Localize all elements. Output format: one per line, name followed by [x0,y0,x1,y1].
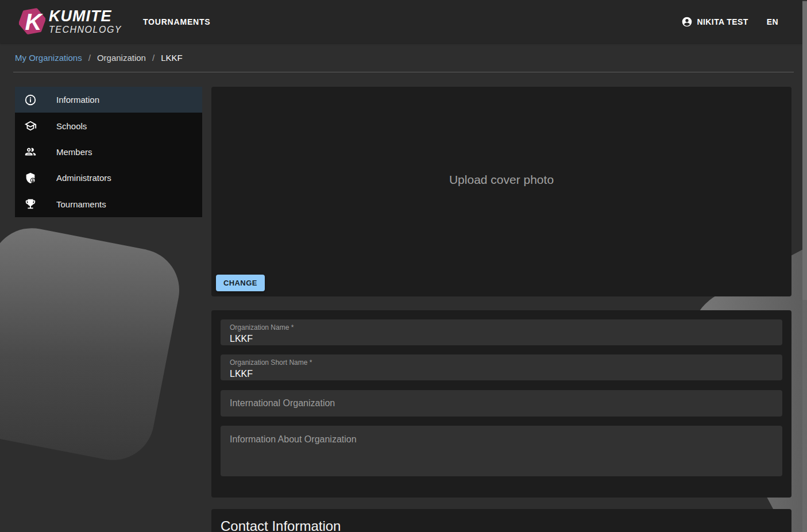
breadcrumb-current-lkkf: LKKF [161,53,183,63]
language-switcher[interactable]: EN [767,17,778,26]
header-right: NIKITA TEST EN [681,16,778,28]
sidebar-item-administrators[interactable]: Administrators [15,165,202,191]
organization-form-card: Organization Name * LKKF Organization Sh… [211,310,791,498]
organization-name-label: Organization Name * [230,323,773,331]
svg-text:K: K [25,9,44,35]
sidebar-item-label: Members [56,147,92,157]
vertical-scrollbar-thumb[interactable] [802,1,807,300]
international-organization-field[interactable]: International Organization [221,390,782,417]
breadcrumb-separator: / [152,53,155,63]
logo[interactable]: K KUMITE TECHNOLOGY [19,5,122,38]
logo-text: KUMITE TECHNOLOGY [49,9,122,34]
sidebar-item-information[interactable]: Information [15,87,202,113]
organization-name-value: LKKF [230,334,773,344]
vertical-scrollbar-track[interactable] [802,0,807,532]
organization-sidebar: Information Schools Members Administrato… [15,87,202,217]
sidebar-item-label: Schools [56,121,87,131]
sidebar-item-members[interactable]: Members [15,139,202,165]
international-organization-label: International Organization [230,398,335,408]
members-icon [24,145,37,158]
organization-short-name-field[interactable]: Organization Short Name * LKKF [221,354,782,380]
logo-title: KUMITE [49,9,122,24]
admin-shield-icon [24,172,37,184]
user-name: NIKITA TEST [697,17,748,26]
information-about-organization-label: Information About Organization [230,434,357,444]
breadcrumb-separator: / [88,53,91,63]
information-about-organization-field[interactable]: Information About Organization [221,426,782,476]
contact-information-card: Contact Information [211,509,791,532]
nav-tournaments-link[interactable]: TOURNAMENTS [143,17,210,26]
upload-cover-photo-placeholder: Upload cover photo [449,173,554,211]
sidebar-item-schools[interactable]: Schools [15,113,202,138]
kumite-hexagon-logo-icon: K [19,5,45,38]
organization-short-name-label: Organization Short Name * [230,358,773,367]
breadcrumb-my-organizations[interactable]: My Organizations [15,53,82,63]
breadcrumb: My Organizations / Organization / LKKF [13,43,794,72]
cover-photo-card: Upload cover photo CHANGE [211,87,791,296]
sidebar-item-label: Information [56,95,99,105]
organization-name-field[interactable]: Organization Name * LKKF [221,319,782,345]
organization-short-name-value: LKKF [230,369,773,379]
breadcrumb-organization: Organization [97,53,146,63]
trophy-icon [24,198,37,210]
sidebar-item-label: Tournaments [56,199,106,209]
app-header: K KUMITE TECHNOLOGY TOURNAMENTS NIKITA T… [0,0,807,43]
background-shape-left [0,221,186,468]
logo-subtitle: TECHNOLOGY [49,25,122,34]
sidebar-item-label: Administrators [56,173,111,183]
user-menu[interactable]: NIKITA TEST [681,16,748,28]
info-icon [24,94,37,106]
contact-information-title: Contact Information [221,518,782,532]
account-circle-icon [681,16,693,28]
school-icon [24,119,37,132]
change-cover-button[interactable]: CHANGE [216,275,265,291]
sidebar-item-tournaments[interactable]: Tournaments [15,191,202,217]
